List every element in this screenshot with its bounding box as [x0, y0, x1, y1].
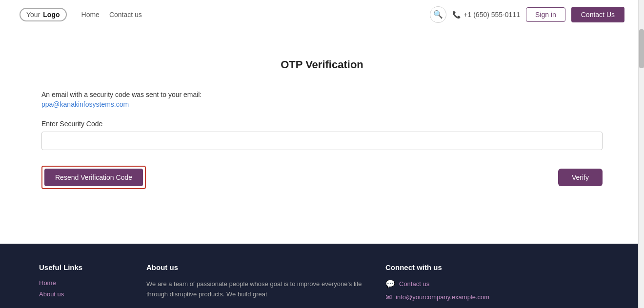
connect-email-link[interactable]: info@yourcompany.example.com	[396, 293, 489, 301]
footer-link-about[interactable]: About us	[39, 290, 127, 298]
search-icon: 🔍	[433, 10, 443, 19]
main-nav: Home Contact us	[81, 11, 142, 19]
search-button[interactable]: 🔍	[430, 6, 446, 23]
site-footer: Useful Links Home About us About us We a…	[0, 244, 644, 308]
footer-connect: Connect with us 💬 Contact us ✉ info@your…	[385, 263, 605, 306]
resend-button[interactable]: Resend Verification Code	[44, 169, 143, 186]
connect-title: Connect with us	[385, 263, 605, 271]
footer-link-home[interactable]: Home	[39, 279, 127, 287]
resend-wrapper: Resend Verification Code	[41, 166, 146, 189]
connect-contact-link[interactable]: Contact us	[399, 280, 429, 288]
security-code-label: Enter Security Code	[41, 120, 603, 128]
phone-info: 📞 +1 (650) 555-0111	[452, 11, 520, 19]
chat-icon: 💬	[385, 279, 395, 289]
email-icon: ✉	[385, 292, 392, 302]
header-left: YourLogo Home Contact us	[20, 8, 142, 21]
footer-useful-links: Useful Links Home About us	[39, 263, 127, 306]
scrollbar[interactable]	[638, 0, 644, 308]
logo-logo: Logo	[43, 11, 60, 19]
nav-home[interactable]: Home	[81, 11, 100, 19]
header-right: 🔍 📞 +1 (650) 555-0111 Sign in Contact Us	[430, 6, 624, 23]
connect-item-contact: 💬 Contact us	[385, 279, 605, 289]
about-title: About us	[146, 263, 366, 271]
footer-grid: Useful Links Home About us About us We a…	[39, 263, 605, 306]
signin-button[interactable]: Sign in	[526, 7, 565, 22]
footer-about: About us We are a team of passionate peo…	[146, 263, 366, 306]
site-header: YourLogo Home Contact us 🔍 📞 +1 (650) 55…	[0, 0, 644, 29]
main-content: OTP Verification An email with a securit…	[0, 29, 644, 244]
logo[interactable]: YourLogo	[20, 8, 67, 21]
contact-us-button[interactable]: Contact Us	[571, 7, 624, 22]
useful-links-title: Useful Links	[39, 263, 127, 271]
security-code-input[interactable]	[41, 132, 603, 150]
phone-number: +1 (650) 555-0111	[463, 11, 520, 19]
nav-contact[interactable]: Contact us	[109, 11, 142, 19]
phone-icon: 📞	[452, 11, 461, 19]
scrollbar-thumb[interactable]	[639, 29, 644, 68]
about-text: We are a team of passionate people whose…	[146, 279, 366, 300]
actions-row: Resend Verification Code Verify	[41, 166, 603, 189]
verify-button[interactable]: Verify	[558, 169, 603, 186]
connect-item-email: ✉ info@yourcompany.example.com	[385, 292, 605, 302]
page-title: OTP Verification	[20, 58, 624, 71]
email-address[interactable]: ppa@kanakinfosystems.com	[41, 100, 129, 108]
otp-form: An email with a security code was sent t…	[41, 91, 603, 189]
email-message-text: An email with a security code was sent t…	[41, 91, 603, 98]
logo-your: Your	[26, 11, 40, 19]
